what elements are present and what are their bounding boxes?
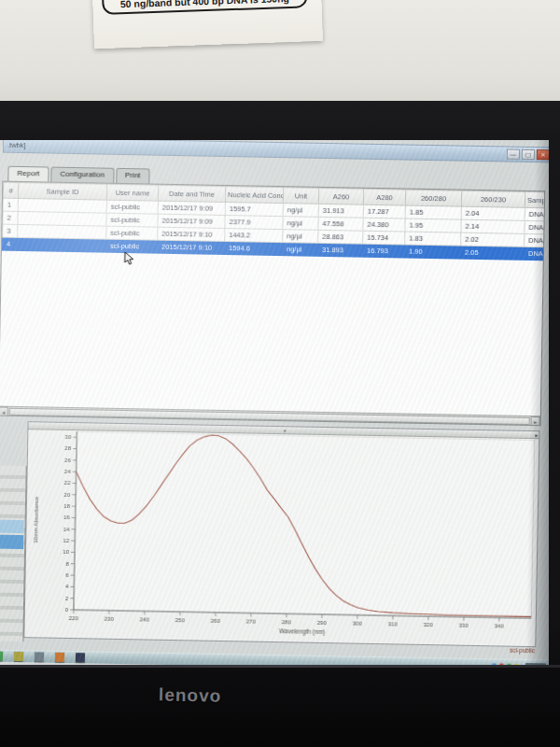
bezel-edge: [0, 665, 560, 668]
table-cell: 1.95: [405, 218, 461, 233]
splitter-handle-icon[interactable]: ▾: [284, 428, 287, 433]
tab-report[interactable]: Report: [7, 166, 49, 182]
column-header[interactable]: Sample Type: [525, 191, 545, 208]
scroll-right-arrow-icon[interactable]: ▸: [531, 416, 540, 426]
desktop: .twbk] — ▢ ✕ ReportConfigurationPrint #S…: [0, 140, 549, 665]
screen: .twbk] — ▢ ✕ ReportConfigurationPrint #S…: [0, 140, 549, 665]
svg-text:10mm Absorbance: 10mm Absorbance: [33, 496, 39, 543]
svg-text:24: 24: [64, 469, 71, 474]
table-cell: 1595.7: [225, 203, 283, 217]
svg-text:18: 18: [63, 503, 70, 509]
tab-print[interactable]: Print: [116, 168, 150, 184]
svg-text:240: 240: [140, 616, 150, 622]
table-cell: 2015/12/17 9:09: [158, 201, 225, 215]
table-cell: 31.893: [317, 243, 362, 257]
column-header[interactable]: A280: [363, 189, 405, 205]
tab-configuration[interactable]: Configuration: [50, 167, 114, 183]
table-cell: 4: [2, 237, 17, 250]
scroll-left-arrow-icon[interactable]: ◂: [0, 406, 8, 416]
table-cell: 2: [3, 211, 18, 224]
svg-text:340: 340: [495, 623, 505, 628]
taskbar-app-icons: [0, 651, 85, 662]
photo-scene: 50 ng/band but 400 bp DNA is 150ng .twbk…: [0, 0, 560, 747]
table-cell: scl-public: [106, 226, 158, 240]
svg-text:28: 28: [64, 445, 71, 451]
minimize-button[interactable]: —: [507, 149, 520, 160]
column-header[interactable]: Unit: [283, 188, 318, 204]
svg-text:270: 270: [246, 618, 257, 624]
table-cell: 2377.9: [225, 215, 283, 229]
table-cell: DNA: [525, 207, 545, 221]
table-cell: 47.558: [318, 217, 363, 231]
svg-text:320: 320: [424, 622, 434, 627]
taskbar[interactable]: [0, 649, 549, 665]
table-cell: 15.734: [363, 231, 405, 245]
close-button[interactable]: ✕: [537, 149, 549, 160]
table-cell: 28.863: [318, 230, 363, 244]
svg-text:220: 220: [69, 615, 79, 621]
svg-text:26: 26: [64, 458, 71, 463]
taskbar-icon-green[interactable]: [0, 652, 3, 661]
taskbar-icon-olive[interactable]: [14, 652, 23, 661]
svg-text:Wavelength (nm): Wavelength (nm): [279, 627, 325, 636]
svg-text:310: 310: [388, 621, 399, 627]
column-header[interactable]: 260/280: [405, 190, 461, 206]
report-table-panel: #Sample IDUser nameDate and TimeNucleic …: [0, 181, 545, 427]
column-header[interactable]: #: [3, 182, 18, 198]
table-cell: 1594.6: [224, 241, 282, 255]
status-user-label: scl-public: [510, 647, 535, 654]
table-cell: scl-public: [106, 200, 158, 214]
column-header[interactable]: Sample ID: [18, 182, 106, 200]
background-window-edge: [0, 465, 27, 641]
column-header[interactable]: Nucleic Acid Conc.: [225, 187, 283, 204]
column-header[interactable]: Date and Time: [158, 185, 225, 202]
taskbar-icon-orange[interactable]: [55, 653, 64, 662]
column-header[interactable]: A260: [318, 188, 363, 204]
table-cell: 2015/12/17 9:10: [158, 227, 225, 241]
table-cell: 31.913: [318, 204, 363, 218]
taskbar-icon-dark[interactable]: [76, 653, 85, 662]
svg-text:12: 12: [63, 538, 70, 543]
table-cell: ng/µl: [283, 217, 318, 231]
table-cell: 2.04: [461, 206, 525, 220]
table-cell: 1.83: [405, 232, 461, 246]
monitor-brand-logo: lenovo: [159, 684, 222, 707]
background-item-selected: [0, 534, 23, 549]
taskbar-icon-gray[interactable]: [35, 652, 44, 661]
table-cell: 17.287: [363, 204, 405, 218]
svg-text:16: 16: [63, 514, 70, 520]
table-cell: scl-public: [106, 213, 158, 227]
table-cell: 3: [3, 224, 18, 237]
svg-text:30: 30: [65, 434, 72, 440]
wall: 50 ng/band but 400 bp DNA is 150ng: [0, 0, 560, 110]
svg-text:300: 300: [353, 621, 363, 627]
report-table: #Sample IDUser nameDate and TimeNucleic …: [2, 182, 545, 261]
maximize-button[interactable]: ▢: [522, 149, 535, 160]
svg-text:260: 260: [211, 618, 221, 624]
titlebar[interactable]: .twbk] — ▢ ✕: [3, 140, 549, 162]
table-cell: 1.85: [405, 205, 461, 219]
monitor-bezel: .twbk] — ▢ ✕ ReportConfigurationPrint #S…: [0, 101, 560, 747]
svg-text:8: 8: [65, 561, 69, 567]
table-cell: 2015/12/17 9:09: [158, 214, 225, 228]
table-cell: 16.793: [362, 244, 404, 258]
table-cell: DNA: [525, 233, 546, 247]
svg-text:330: 330: [459, 623, 469, 628]
table-cell: [17, 237, 105, 252]
table-cell: 24.380: [363, 218, 405, 232]
column-header[interactable]: User name: [106, 184, 158, 201]
spectrum-chart: 0246810121416182022242628302202302402502…: [24, 430, 539, 647]
table-cell: DNA: [524, 247, 545, 261]
svg-text:22: 22: [64, 480, 71, 486]
mouse-cursor-icon: [124, 251, 134, 265]
svg-text:230: 230: [105, 616, 115, 622]
column-header[interactable]: 260/230: [461, 190, 525, 207]
background-item-light: [0, 519, 24, 533]
svg-text:14: 14: [63, 527, 70, 532]
chart-scroll-right-arrow-icon[interactable]: ▸: [535, 431, 538, 438]
table-cell: ng/µl: [282, 243, 317, 257]
table-cell: 1443.2: [225, 228, 283, 242]
svg-text:4: 4: [65, 584, 69, 589]
svg-text:2: 2: [65, 596, 69, 601]
svg-text:0: 0: [64, 607, 68, 613]
